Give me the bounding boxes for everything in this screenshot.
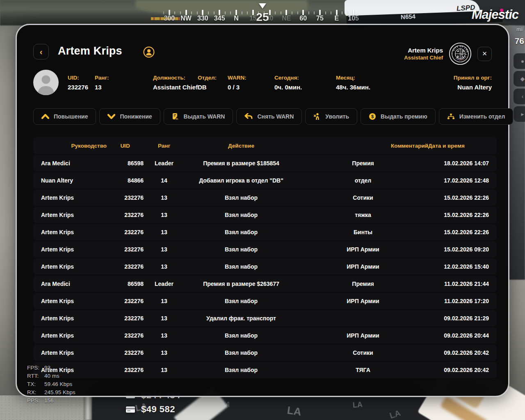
compass-label: 345: [214, 15, 225, 22]
action-button-label: Понижение: [120, 113, 152, 120]
table-row: Artem Krips 232276 13 Взял набор Сотики …: [33, 345, 497, 361]
net-stat-value: 156: [44, 397, 54, 404]
cell-datetime: 15.02.2026 22:26: [428, 194, 489, 201]
hud-side-button[interactable]: ‹: [514, 89, 525, 104]
action-button-label: Повышение: [54, 113, 88, 120]
cell-comment: ИРП Армии: [298, 246, 428, 253]
table-header-cell: Комментарий: [298, 143, 428, 149]
compass-bar: 300NW330345N1530NE6075E105 25: [0, 0, 525, 25]
bg-monogram: LA: [286, 404, 302, 419]
cell-leader: Nuan Altery: [41, 177, 107, 184]
member-role: Assistant Chief: [404, 55, 443, 61]
table-row: Artem Krips 232276 13 Взял набор ИРП Арм…: [33, 327, 497, 344]
net-stats: FPS: 93 RTT: 40 ms TX: 59.46 Kbps RX: 24…: [27, 363, 75, 404]
info-field-label: Месяц:: [336, 75, 370, 81]
action-button[interactable]: $ Выдать премию: [361, 108, 436, 125]
action-button-icon: [41, 113, 49, 120]
bg-monogram: LA: [352, 400, 363, 410]
table-body: Ara Medici 86598 Leader Премия в размере…: [33, 155, 497, 378]
table-row: Artem Krips 232276 13 Взял набор ИРП Арм…: [33, 293, 497, 309]
dollar-coin-icon: $: [369, 113, 376, 120]
bank-card-icon: [126, 406, 135, 413]
cell-leader: Artem Krips: [41, 315, 107, 322]
cell-action: Взял набор: [185, 194, 298, 201]
info-field-value: 232276: [68, 84, 95, 91]
compass-tick: [342, 11, 342, 14]
warn-document-icon: [172, 113, 179, 120]
compass-tick: [208, 11, 209, 14]
info-field-label: Ранг:: [95, 75, 153, 81]
close-button[interactable]: ✕: [477, 47, 492, 61]
cell-leader: Artem Krips: [41, 212, 107, 218]
chevron-down-icon: [107, 113, 115, 120]
cell-datetime: 15.02.2026 09:20: [428, 246, 489, 253]
action-button-icon: [172, 113, 179, 120]
cell-action: Взял набор: [185, 298, 298, 304]
cell-action: Взял набор: [185, 263, 298, 270]
info-field: WARN: 0 / 3: [228, 75, 274, 91]
fire-person-icon: [313, 113, 321, 120]
cell-datetime: 12.02.2026 15:40: [428, 263, 489, 270]
cell-datetime: 09.02.2026 20:42: [428, 367, 489, 373]
cell-rank: 13: [144, 246, 185, 253]
cell-datetime: 17.02.2026 12:48: [428, 177, 489, 184]
action-button[interactable]: Повышение: [33, 108, 96, 125]
cell-datetime: 09.02.2026 20:42: [428, 349, 489, 356]
net-stat-value: 93: [44, 365, 50, 371]
compass-label: 75: [316, 15, 324, 22]
compass-label: NE: [282, 15, 291, 22]
table-row: Artem Krips 232276 13 Взял набор Бинты 1…: [33, 224, 497, 240]
cell-rank: 13: [144, 229, 185, 235]
info-field-label: Сегодня:: [274, 75, 336, 81]
cell-comment: Премия: [298, 160, 428, 167]
member-info-row: UID: 232276 Ранг: 13 Должность: Assistan…: [33, 69, 492, 96]
cell-action: Взял набор: [185, 212, 298, 218]
cell-action: Взял набор: [185, 367, 298, 373]
action-button[interactable]: Выдать WARN: [164, 108, 233, 125]
info-field-value: Assistant Chief: [153, 84, 198, 91]
net-stat-line: RTT: 40 ms: [27, 372, 75, 380]
compass-tick: [230, 11, 231, 14]
header-right: Artem Krips Assistant Chief CITY OF LOS …: [404, 42, 492, 65]
action-button-label: Изменить отдел: [459, 113, 505, 120]
hud-side-button[interactable]: ●: [514, 53, 525, 69]
compass-tick: [174, 11, 175, 14]
compass-heading: 25: [256, 11, 269, 24]
back-button[interactable]: ‹: [33, 44, 49, 59]
info-field: Месяц: 48ч. 36мин.: [336, 75, 370, 91]
table-row: Artem Krips 232276 13 Взял набор Сотики …: [33, 189, 497, 206]
hud-side-button[interactable]: ▸: [514, 106, 525, 122]
cell-uid: 86598: [107, 281, 144, 287]
speed-value: 76: [515, 36, 524, 46]
cell-uid: 232276: [107, 263, 144, 270]
action-buttons: Повышение Понижение Выдать WARN Снять WA…: [33, 108, 492, 125]
cell-comment: отдел: [298, 177, 428, 184]
action-button-label: Выдать премию: [381, 113, 427, 120]
action-button[interactable]: Изменить отдел: [439, 108, 514, 125]
cell-comment: ИРП Армии: [298, 298, 428, 304]
cell-uid: 232276: [107, 212, 144, 218]
hud-side-button[interactable]: ◆: [514, 71, 525, 87]
joined-by-label: Принял в орг:: [454, 75, 492, 81]
cell-rank: Leader: [144, 160, 185, 167]
info-field: Отдел: DB: [198, 75, 228, 91]
action-button[interactable]: Снять WARN: [236, 108, 302, 125]
action-button[interactable]: Понижение: [99, 108, 160, 125]
compass-label: N: [234, 15, 239, 22]
net-stat-key: FPS:: [27, 365, 44, 371]
table-row: Artem Krips 232276 13 Удалил фрак. транс…: [33, 310, 497, 326]
table-row: Artem Krips 232276 13 Взял набор тяжка 1…: [33, 207, 497, 223]
action-button-icon: [107, 113, 115, 120]
cell-action: Взял набор: [185, 349, 298, 356]
table-header-cell: Руководство: [41, 143, 107, 149]
info-field-label: Отдел:: [198, 75, 228, 81]
bank-amount: $49 582: [141, 404, 175, 415]
cell-rank: 13: [144, 315, 185, 322]
cell-leader: Artem Krips: [41, 229, 107, 235]
cell-uid: 232276: [107, 229, 144, 235]
action-button[interactable]: Уволить: [305, 108, 357, 125]
cell-comment: Сотики: [298, 194, 428, 201]
info-field-value: 0ч. 0мин.: [274, 84, 336, 91]
action-button-label: Уволить: [325, 113, 349, 120]
table-row: Artem Krips 232276 13 Взял набор ТЯГА 09…: [33, 362, 497, 378]
